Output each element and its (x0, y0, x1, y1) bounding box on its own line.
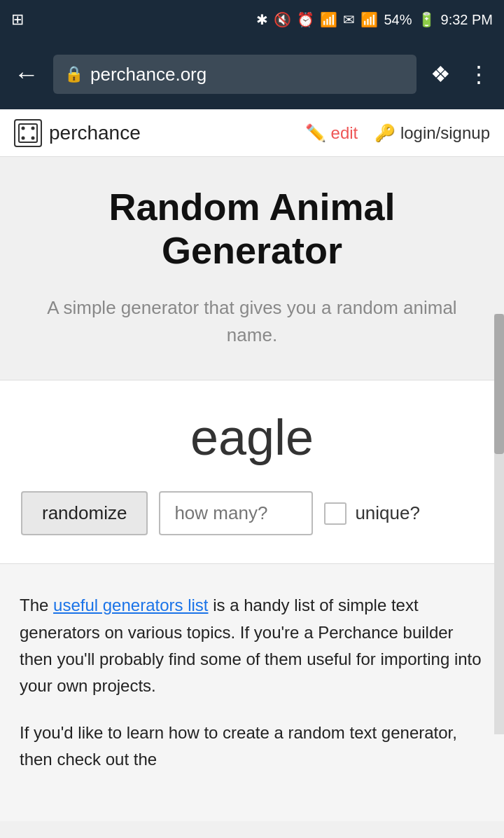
time-display: 9:32 PM (441, 12, 493, 28)
lock-icon: 🔒 (64, 65, 83, 83)
alarm-icon: ⏰ (297, 11, 314, 28)
notification-icon: ⊞ (11, 11, 24, 29)
description-paragraph-1: The useful generators list is a handy li… (20, 592, 484, 700)
unique-label: unique? (324, 502, 420, 525)
url-text: perchance.org (90, 64, 206, 85)
how-many-input[interactable] (159, 491, 313, 535)
dice-icon (14, 119, 42, 147)
battery-text: 54% (384, 12, 412, 28)
useful-generators-link[interactable]: useful generators list (53, 596, 208, 614)
hero-description: A simple generator that gives you a rand… (21, 294, 483, 349)
desc-pre-link: The (20, 596, 53, 614)
randomize-button[interactable]: randomize (21, 491, 148, 535)
controls-row: randomize unique? (21, 491, 483, 535)
status-bar: ⊞ ✱ 🔇 ⏰ 📶 ✉ 📶 54% 🔋 9:32 PM (0, 0, 504, 39)
unique-checkbox[interactable] (324, 502, 346, 525)
battery-icon: 🔋 (418, 11, 435, 28)
svg-point-1 (22, 126, 25, 130)
bluetooth-icon: ✱ (256, 11, 268, 28)
unique-label-text: unique? (355, 502, 420, 524)
description-paragraph-2: If you'd like to learn how to create a r… (20, 720, 484, 774)
wifi-icon: 📶 (320, 11, 337, 28)
share-icon[interactable]: ❖ (430, 61, 451, 88)
address-bar[interactable]: 🔒 perchance.org (53, 55, 416, 94)
svg-rect-0 (19, 124, 37, 142)
login-link[interactable]: 🔑 login/signup (374, 123, 490, 143)
svg-point-3 (22, 136, 25, 139)
generated-result: eagle (21, 408, 483, 466)
scrollbar[interactable] (494, 314, 504, 734)
page-title: Random Animal Generator (21, 185, 483, 272)
browser-icons: ❖ ⋮ (430, 61, 490, 88)
scrollbar-thumb (494, 314, 504, 454)
svg-point-4 (31, 136, 35, 139)
browser-bar: ← 🔒 perchance.org ❖ ⋮ (0, 39, 504, 109)
hero-section: Random Animal Generator A simple generat… (0, 157, 504, 380)
site-header-links: ✏️ edit 🔑 login/signup (305, 123, 490, 143)
edit-link[interactable]: ✏️ edit (305, 123, 358, 143)
site-header: perchance ✏️ edit 🔑 login/signup (0, 109, 504, 157)
svg-point-2 (31, 126, 35, 130)
signal-icon: 📶 (360, 11, 378, 28)
back-button[interactable]: ← (14, 60, 39, 89)
mute-icon: 🔇 (274, 11, 291, 28)
email-icon: ✉ (343, 11, 355, 28)
site-logo[interactable]: perchance (14, 119, 141, 147)
status-bar-left: ⊞ (11, 11, 24, 29)
status-bar-right: ✱ 🔇 ⏰ 📶 ✉ 📶 54% 🔋 9:32 PM (256, 11, 493, 28)
generator-section: eagle randomize unique? (0, 380, 504, 564)
site-name-text: perchance (49, 122, 141, 144)
main-content: Random Animal Generator A simple generat… (0, 157, 504, 821)
menu-icon[interactable]: ⋮ (468, 61, 490, 88)
description-section: The useful generators list is a handy li… (0, 564, 504, 820)
